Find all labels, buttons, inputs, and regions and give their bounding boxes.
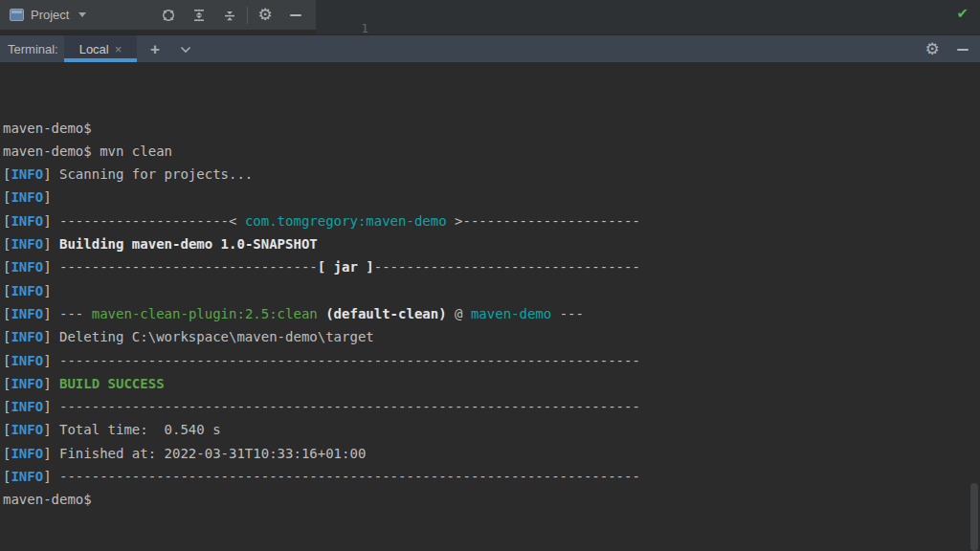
project-dropdown-label[interactable]: Project: [31, 8, 69, 22]
terminal-line: [INFO] Total time: 0.540 s: [3, 418, 980, 441]
terminal-line: [INFO] ---------------------------------…: [3, 349, 980, 372]
new-terminal-session-icon[interactable]: +: [142, 35, 168, 63]
inspection-ok-checkmark-icon[interactable]: ✔: [956, 5, 969, 22]
terminal-line: [INFO] Scanning for projects...: [3, 163, 980, 186]
terminal-label: Terminal:: [8, 42, 58, 56]
terminal-hide-icon[interactable]: [949, 35, 976, 63]
terminal-line: maven-demo$ mvn clean: [3, 140, 980, 163]
terminal-lines: maven-demo$maven-demo$ mvn clean[INFO] S…: [3, 117, 980, 512]
expand-all-icon[interactable]: [184, 0, 214, 30]
terminal-line: [INFO] --- maven-clean-plugin:2.5:clean …: [3, 302, 980, 325]
terminal-line: [INFO] ---------------------------------…: [3, 465, 980, 488]
terminal-line: [INFO] Building maven-demo 1.0-SNAPSHOT: [3, 232, 980, 255]
project-tool-window-icon: [10, 9, 24, 21]
locate-file-icon[interactable]: [153, 0, 184, 30]
terminal-settings-gear-icon[interactable]: ⚙: [919, 35, 946, 63]
terminal-scrollbar-thumb[interactable]: [970, 483, 978, 551]
terminal-line: [INFO] Deleting C:\workspace\maven-demo\…: [3, 325, 980, 348]
terminal-line: [INFO] ---------------------------------…: [3, 395, 980, 418]
terminal-line: [INFO]: [3, 186, 980, 209]
terminal-output[interactable]: maven-demo$maven-demo$ mvn clean[INFO] S…: [0, 62, 980, 551]
terminal-line: [INFO] ---------------------< com.tomgre…: [3, 209, 980, 232]
terminal-line: [INFO] --------------------------------[…: [3, 255, 980, 278]
terminal-sessions-chevron-icon[interactable]: [172, 35, 199, 63]
terminal-line: [INFO] BUILD SUCCESS: [3, 372, 980, 395]
terminal-header: Terminal: Local × + ⚙: [0, 34, 980, 62]
settings-gear-icon[interactable]: ⚙: [250, 0, 280, 30]
top-strip: Project: [0, 0, 980, 34]
active-tab-underline: [64, 58, 137, 62]
hide-panel-icon[interactable]: [280, 0, 311, 30]
terminal-line: [INFO] Finished at: 2022-03-31T10:33:16+…: [3, 442, 980, 465]
toolbar-separator: [247, 7, 248, 24]
project-toolbar-icons: ⚙: [153, 0, 311, 30]
terminal-line: maven-demo$: [3, 117, 980, 140]
terminal-line: [INFO]: [3, 279, 980, 302]
project-tool-window-header: Project: [0, 0, 316, 30]
collapse-all-icon[interactable]: [214, 0, 245, 30]
ide-window: Project: [0, 0, 980, 551]
chevron-down-icon[interactable]: [78, 12, 86, 17]
tab-close-icon[interactable]: ×: [115, 42, 122, 56]
editor-pane[interactable]: 1 <?xml version="1.0" encoding="UTF-8"?>…: [316, 0, 980, 34]
terminal-line: maven-demo$: [3, 488, 980, 511]
